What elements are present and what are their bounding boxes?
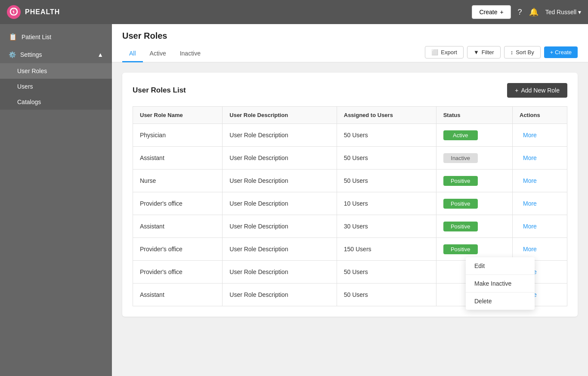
cell-role-name: Nurse <box>133 170 223 192</box>
cell-role-desc: User Role Description <box>223 147 337 170</box>
more-button[interactable]: More <box>520 153 540 163</box>
sort-icon: ↕ <box>511 49 514 55</box>
user-name-label: Ted Russell <box>545 9 576 15</box>
dropdown-delete[interactable]: Delete <box>466 293 535 310</box>
sort-by-label: Sort By <box>516 49 534 55</box>
cell-status: Inactive <box>436 147 512 170</box>
export-icon: ⬜ <box>431 49 438 55</box>
cell-assigned-users: 50 Users <box>337 124 436 147</box>
more-button[interactable]: More <box>520 198 540 209</box>
cell-role-desc: User Role Description <box>223 124 337 147</box>
create-plus: + <box>500 9 503 15</box>
cell-actions: More <box>513 170 567 192</box>
add-role-label: Add New Role <box>521 87 560 94</box>
cell-actions: More <box>513 124 567 147</box>
dropdown-make-inactive[interactable]: Make Inactive <box>466 275 535 292</box>
cell-role-desc: User Role Description <box>223 192 337 215</box>
cell-assigned-users: 10 Users <box>337 192 436 215</box>
help-button[interactable]: ? <box>518 8 522 17</box>
cell-role-name: Provider's office <box>133 261 223 284</box>
top-nav: PHEALTH Create + ? 🔔 Ted Russell ▾ <box>0 0 588 24</box>
table-row: Assistant User Role Description 50 Users… <box>133 147 567 170</box>
sidebar-user-roles-label: User Roles <box>17 68 47 74</box>
sidebar-patient-list-label: Patient List <box>22 34 51 40</box>
cell-role-name: Assistant <box>133 284 223 306</box>
filter-icon: ▼ <box>473 49 479 55</box>
col-assigned-users: Assigned to Users <box>337 107 436 124</box>
cell-status: Active <box>436 124 512 147</box>
add-new-role-button[interactable]: + Add New Role <box>507 83 567 98</box>
patient-list-icon: 📋 <box>9 33 17 41</box>
export-button[interactable]: ⬜ Export <box>425 46 464 59</box>
cell-role-name: Assistant <box>133 147 223 170</box>
col-user-role-name: User Role Name <box>133 107 223 124</box>
card-header: User Roles List + Add New Role <box>133 83 567 98</box>
cell-assigned-users: 150 Users <box>337 238 436 261</box>
create-page-button[interactable]: + Create <box>544 46 578 58</box>
cell-assigned-users: 50 Users <box>337 284 436 306</box>
sidebar: 📋 Patient List ⚙️ Settings ▲ User Roles … <box>0 24 112 376</box>
sidebar-item-users[interactable]: Users <box>0 79 112 94</box>
tab-inactive[interactable]: Inactive <box>173 46 207 62</box>
col-status: Status <box>436 107 512 124</box>
filter-button[interactable]: ▼ Filter <box>467 46 501 59</box>
tab-all[interactable]: All <box>122 46 143 62</box>
dropdown-edit[interactable]: Edit <box>466 257 535 274</box>
table-header-row: User Role Name User Role Description Ass… <box>133 107 567 124</box>
cell-role-desc: User Role Description <box>223 215 337 238</box>
create-page-label: + Create <box>550 49 572 55</box>
topnav-right: Create + ? 🔔 Ted Russell ▾ <box>472 5 581 19</box>
cell-role-desc: User Role Description <box>223 261 337 284</box>
sidebar-item-user-roles[interactable]: User Roles <box>0 63 112 79</box>
sidebar-catalogs-label: Catalogs <box>17 99 41 105</box>
cell-role-desc: User Role Description <box>223 170 337 192</box>
cell-assigned-users: 50 Users <box>337 170 436 192</box>
chevron-down-icon: ▾ <box>578 9 581 15</box>
actions-dropdown: Edit Make Inactive Delete <box>466 257 535 310</box>
status-badge: Positive <box>443 222 478 231</box>
toolbar-buttons: ⬜ Export ▼ Filter ↕ Sort By + Create <box>425 46 578 62</box>
more-button[interactable]: More <box>520 244 540 254</box>
cell-role-desc: User Role Description <box>223 284 337 306</box>
more-button[interactable]: More <box>520 221 540 231</box>
cell-actions: More <box>513 215 567 238</box>
table-row: Assistant User Role Description 30 Users… <box>133 215 567 238</box>
table-row: Provider's office User Role Description … <box>133 192 567 215</box>
notification-button[interactable]: 🔔 <box>529 7 538 17</box>
card-title: User Roles List <box>133 86 186 95</box>
table-row: Nurse User Role Description 50 Users Pos… <box>133 170 567 192</box>
bell-icon: 🔔 <box>529 7 538 17</box>
main-content: User Roles All Active Inactive ⬜ <box>112 24 588 376</box>
sidebar-item-patient-list[interactable]: 📋 Patient List <box>0 28 112 46</box>
cell-actions: More <box>513 147 567 170</box>
sidebar-users-label: Users <box>17 83 33 90</box>
logo-icon <box>7 5 21 19</box>
user-menu[interactable]: Ted Russell ▾ <box>545 9 581 15</box>
sidebar-sub-menu: User Roles Users Catalogs <box>0 63 112 110</box>
user-roles-card: User Roles List + Add New Role User Role… <box>122 73 578 317</box>
cell-assigned-users: 50 Users <box>337 261 436 284</box>
cell-assigned-users: 30 Users <box>337 215 436 238</box>
cell-assigned-users: 50 Users <box>337 147 436 170</box>
status-badge: Positive <box>443 244 478 254</box>
sidebar-item-catalogs[interactable]: Catalogs <box>0 94 112 110</box>
content-area: User Roles List + Add New Role User Role… <box>112 62 588 376</box>
sidebar-settings-toggle[interactable]: ⚙️ Settings ▲ <box>0 46 112 63</box>
page-title: User Roles <box>122 31 578 41</box>
more-button[interactable]: More <box>520 130 540 140</box>
page-header: User Roles All Active Inactive ⬜ <box>112 24 588 62</box>
export-label: Export <box>441 49 457 55</box>
create-button[interactable]: Create + <box>472 5 511 19</box>
sidebar-settings-label: Settings <box>20 51 42 58</box>
cell-role-name: Assistant <box>133 215 223 238</box>
more-button[interactable]: More <box>520 176 540 186</box>
status-badge: Positive <box>443 176 478 186</box>
tabs-toolbar: All Active Inactive ⬜ Export ▼ <box>122 46 578 62</box>
tab-active[interactable]: Active <box>143 46 173 62</box>
table-row: Physician User Role Description 50 Users… <box>133 124 567 147</box>
sort-by-button[interactable]: ↕ Sort By <box>504 46 541 59</box>
settings-left: ⚙️ Settings <box>9 51 42 58</box>
plus-icon: + <box>515 87 518 94</box>
cell-status: Positive <box>436 215 512 238</box>
cell-role-name: Physician <box>133 124 223 147</box>
